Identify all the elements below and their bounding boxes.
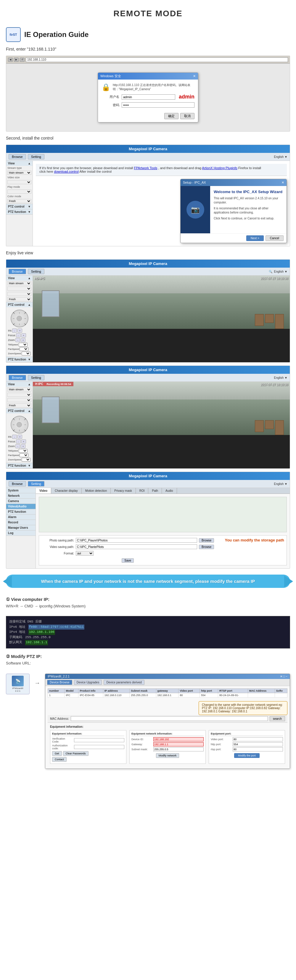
contact-btn[interactable]: Contact xyxy=(52,757,67,762)
browser-address-bar[interactable]: 192.168.1.110 xyxy=(26,57,288,62)
network-item[interactable]: Network xyxy=(8,494,19,497)
photo-browse-btn[interactable]: Browse xyxy=(199,538,214,542)
iris-minus-3[interactable]: - xyxy=(12,435,17,439)
zoomspeed-select-3[interactable] xyxy=(22,458,30,461)
wizard-next-btn[interactable]: Next > xyxy=(246,235,264,241)
tab-path[interactable]: Path xyxy=(148,488,162,493)
ptz-ul-3[interactable]: ↖ xyxy=(13,418,15,421)
clear-btn[interactable]: Clear Passwords xyxy=(63,751,88,756)
dialog-close-icon[interactable]: ✕ xyxy=(193,74,196,78)
tab-privacy[interactable]: Privacy mask xyxy=(111,488,136,493)
ptz-fn-collapse-icon[interactable]: ▼ xyxy=(28,210,31,213)
panspeed-select[interactable] xyxy=(19,347,29,351)
search-input[interactable] xyxy=(71,716,268,721)
video-path-input[interactable] xyxy=(76,544,197,549)
play-mode-select-2[interactable] xyxy=(7,292,31,296)
ptz-collapse-icon[interactable]: ▼ xyxy=(28,205,31,208)
video-browse-btn[interactable]: Browse xyxy=(199,545,214,549)
setting-btn-4[interactable]: Setting xyxy=(28,481,45,487)
browse-btn-1[interactable]: Browse xyxy=(9,154,26,159)
focus-minus[interactable]: - xyxy=(16,333,21,337)
lang-select-4[interactable]: English ▼ xyxy=(274,482,287,485)
tab-roi[interactable]: ROI xyxy=(136,488,149,493)
ptz-down-3[interactable]: ↓ xyxy=(19,428,20,432)
stream-select-3[interactable]: Main stream xyxy=(7,387,31,391)
http-port-input[interactable] xyxy=(233,742,283,746)
tiltspeed-select-3[interactable] xyxy=(19,449,27,453)
tab-video[interactable]: Video xyxy=(36,488,51,493)
ptz-collapse-icon-2[interactable]: ▲ xyxy=(28,303,31,306)
ptz-down[interactable]: ↓ xyxy=(19,322,20,326)
browser-refresh-btn[interactable]: ↺ xyxy=(20,58,24,62)
ok-button[interactable]: 确定 xyxy=(164,113,179,119)
video-port-input[interactable] xyxy=(233,737,283,741)
ptz-center-3[interactable] xyxy=(17,422,22,427)
iris-plus[interactable]: + xyxy=(18,329,22,332)
ptz-dl[interactable]: ↙ xyxy=(13,322,15,326)
tab-char-display[interactable]: Character display xyxy=(51,488,82,493)
gateway-input[interactable] xyxy=(153,742,204,746)
modify-network-btn[interactable]: Modify network xyxy=(156,753,179,758)
ptz-ur-3[interactable]: ↗ xyxy=(24,418,26,421)
ptz-up[interactable]: ↑ xyxy=(19,312,20,315)
photo-path-input[interactable] xyxy=(76,538,197,542)
video-size-select-2[interactable] xyxy=(7,286,31,291)
setting-btn-1[interactable]: Setting xyxy=(28,154,45,159)
setting-btn-3[interactable]: Setting xyxy=(28,375,45,380)
ptz-icon-3[interactable]: ▲ xyxy=(28,409,31,412)
iris-plus-3[interactable]: + xyxy=(18,435,22,439)
ptz-right[interactable]: → xyxy=(23,317,26,320)
ptz-dl-3[interactable]: ↙ xyxy=(13,428,15,432)
stream-type-select[interactable]: Main stream xyxy=(7,171,31,175)
modify-port-btn[interactable]: Modify the port xyxy=(234,753,259,758)
ip-tab-upgrades[interactable]: Device Upgrades xyxy=(74,680,102,685)
ptz-left-3[interactable]: ← xyxy=(13,423,15,426)
table-row[interactable]: 1 IPC IPC-EI34-85 192.168.0.110 255.255.… xyxy=(48,693,287,697)
lang-select-2[interactable]: English ▼ xyxy=(274,270,287,273)
ptz-center[interactable] xyxy=(17,316,22,321)
format-select[interactable]: avi xyxy=(76,551,94,556)
ptz-dr[interactable]: ↘ xyxy=(24,322,26,326)
color-mode-select-2[interactable]: Fresh xyxy=(7,297,31,301)
fptools-link[interactable]: FPArtwork Tools xyxy=(134,166,157,170)
auth-input[interactable] xyxy=(74,745,124,749)
browse-btn-3[interactable]: Browse xyxy=(9,375,26,380)
view-collapse-icon-2[interactable]: ▲ xyxy=(28,277,31,280)
password-input[interactable] xyxy=(122,102,194,108)
browse-btn-2[interactable]: Browse xyxy=(9,269,26,274)
zoom-minus[interactable]: - xyxy=(15,338,20,342)
lang-select-3[interactable]: English ▼ xyxy=(274,376,287,379)
tab-motion[interactable]: Motion detection xyxy=(82,488,111,493)
browse-btn-4[interactable]: Browse xyxy=(9,481,26,487)
download-control-link[interactable]: download.control xyxy=(54,170,79,173)
color-mode-select[interactable]: Fresh xyxy=(7,199,31,203)
wizard-cancel-btn[interactable]: Cancel xyxy=(266,235,283,241)
ptz-ul[interactable]: ↖ xyxy=(13,312,15,315)
ip-tab-browse[interactable]: Device Browse xyxy=(47,680,72,685)
username-input[interactable] xyxy=(122,94,175,100)
search-btn[interactable]: search xyxy=(270,716,285,721)
play-mode-select[interactable] xyxy=(7,189,31,194)
lang-select[interactable]: English ▼ xyxy=(274,155,287,159)
ptz-ur[interactable]: ↗ xyxy=(24,312,26,315)
setting-btn-2[interactable]: Setting xyxy=(28,269,45,274)
iris-minus[interactable]: - xyxy=(12,329,17,332)
video-size-select-3[interactable] xyxy=(7,393,31,397)
ip-tab-params[interactable]: Device parameters derived xyxy=(104,680,144,685)
browser-back-btn[interactable]: ◀ xyxy=(8,58,13,62)
view-icon-3[interactable]: ▲ xyxy=(28,383,31,386)
stream-type-select-2[interactable]: Main stream xyxy=(7,281,31,285)
ptz-up-3[interactable]: ↑ xyxy=(19,418,20,421)
focus-minus-3[interactable]: - xyxy=(16,439,21,444)
video-audio-item[interactable]: Video&Audio xyxy=(8,505,27,508)
log-item[interactable]: Log xyxy=(8,531,13,535)
zoom-plus-3[interactable]: + xyxy=(21,444,26,448)
zoom-plus[interactable]: + xyxy=(21,338,26,342)
focus-plus-3[interactable]: + xyxy=(21,439,26,444)
tiltspeed-select[interactable] xyxy=(19,343,27,347)
wizard-close-icon[interactable]: ✕ xyxy=(282,181,284,185)
cancel-button[interactable]: 取消 xyxy=(180,113,194,119)
alarm-item[interactable]: Alarm xyxy=(8,515,16,519)
video-size-select[interactable] xyxy=(7,180,31,184)
manage-users-item[interactable]: Manage Users xyxy=(8,526,28,529)
